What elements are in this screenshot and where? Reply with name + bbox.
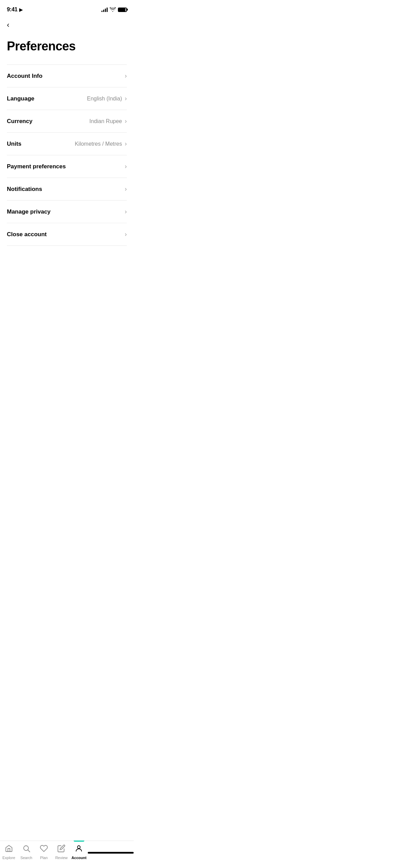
menu-item-manage-privacy[interactable]: Manage privacy› [7, 201, 127, 223]
menu-item-right-language: English (India)› [87, 95, 127, 102]
menu-item-value-units: Kilometres / Metres [75, 141, 122, 147]
chevron-right-icon: › [125, 72, 127, 80]
battery-icon [118, 8, 127, 12]
page-title: Preferences [0, 34, 134, 64]
location-icon: ▶ [19, 7, 23, 12]
menu-item-label-close-account: Close account [7, 231, 47, 238]
menu-item-label-manage-privacy: Manage privacy [7, 208, 51, 215]
chevron-right-icon: › [125, 118, 127, 125]
menu-item-units[interactable]: UnitsKilometres / Metres› [7, 133, 127, 155]
menu-item-right-notifications: › [125, 185, 127, 193]
menu-item-label-units: Units [7, 141, 22, 147]
menu-item-right-units: Kilometres / Metres› [75, 140, 127, 147]
menu-item-right-payment-preferences: › [125, 163, 127, 170]
menu-item-label-payment-preferences: Payment preferences [7, 163, 66, 170]
chevron-right-icon: › [125, 163, 127, 170]
chevron-right-icon: › [125, 95, 127, 102]
menu-item-payment-preferences[interactable]: Payment preferences› [7, 155, 127, 178]
menu-item-language[interactable]: LanguageEnglish (India)› [7, 87, 127, 110]
back-chevron-icon: ‹ [7, 21, 9, 29]
chevron-right-icon: › [125, 231, 127, 238]
status-icons [101, 7, 127, 12]
menu-item-label-notifications: Notifications [7, 186, 42, 193]
preferences-menu-list: Account Info›LanguageEnglish (India)›Cur… [0, 64, 134, 246]
menu-item-account-info[interactable]: Account Info› [7, 64, 127, 87]
signal-bars-icon [101, 7, 108, 12]
menu-item-label-currency: Currency [7, 118, 33, 125]
chevron-right-icon: › [125, 185, 127, 193]
back-button[interactable]: ‹ [0, 16, 134, 34]
menu-item-notifications[interactable]: Notifications› [7, 178, 127, 201]
wifi-icon [110, 7, 116, 12]
menu-item-right-close-account: › [125, 231, 127, 238]
status-time: 9:41 [7, 7, 17, 13]
menu-item-label-language: Language [7, 95, 34, 102]
status-bar: 9:41 ▶ [0, 0, 134, 16]
menu-item-currency[interactable]: CurrencyIndian Rupee› [7, 110, 127, 133]
chevron-right-icon: › [125, 208, 127, 215]
chevron-right-icon: › [125, 140, 127, 147]
menu-item-value-language: English (India) [87, 96, 122, 102]
menu-item-right-manage-privacy: › [125, 208, 127, 215]
menu-item-value-currency: Indian Rupee [89, 118, 122, 124]
menu-item-close-account[interactable]: Close account› [7, 223, 127, 246]
menu-item-right-currency: Indian Rupee› [89, 118, 127, 125]
menu-item-label-account-info: Account Info [7, 73, 42, 80]
menu-item-right-account-info: › [125, 72, 127, 80]
